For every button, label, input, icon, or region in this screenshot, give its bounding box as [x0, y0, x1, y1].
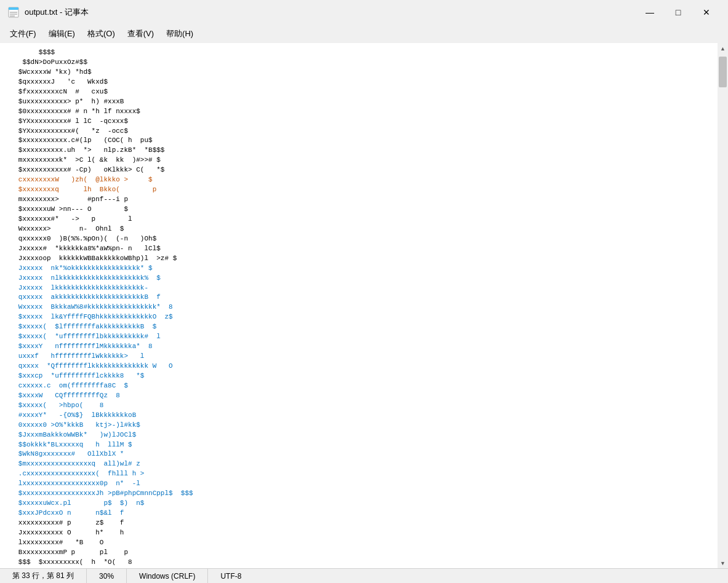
status-zoom: 30%: [87, 569, 127, 583]
menu-format[interactable]: 格式(O): [82, 26, 120, 42]
status-encoding: UTF-8: [208, 569, 254, 583]
menu-bar: 文件(F) 编辑(E) 格式(O) 查看(V) 帮助(H): [0, 25, 728, 43]
menu-view[interactable]: 查看(V): [122, 26, 159, 42]
minimize-button[interactable]: —: [636, 2, 664, 22]
title-bar: output.txt - 记事本 — □ ✕: [0, 0, 728, 25]
close-button[interactable]: ✕: [692, 2, 721, 22]
maximize-button[interactable]: □: [664, 2, 692, 22]
menu-edit[interactable]: 编辑(E): [44, 26, 80, 42]
editor-area: $$$$ $$dN>DoPuxxOz#$$ $WcxxxxW *kx) *hd$…: [0, 43, 728, 568]
scrollbar-track[interactable]: [718, 54, 728, 558]
status-bar: 第 33 行，第 81 列 30% Windows (CRLF) UTF-8: [0, 568, 728, 583]
window-controls: — □ ✕: [636, 2, 721, 22]
scroll-down-arrow[interactable]: ▼: [718, 558, 728, 568]
svg-rect-1: [9, 7, 18, 10]
scroll-up-arrow[interactable]: ▲: [718, 43, 728, 54]
scrollbar-thumb[interactable]: [719, 57, 727, 87]
menu-help[interactable]: 帮助(H): [161, 26, 198, 42]
status-position: 第 33 行，第 81 列: [0, 569, 87, 583]
menu-file[interactable]: 文件(F): [5, 26, 41, 42]
scrollbar-vertical[interactable]: ▲ ▼: [718, 43, 728, 568]
window-title: output.txt - 记事本: [25, 7, 636, 18]
status-line-ending: Windows (CRLF): [127, 569, 208, 583]
text-content[interactable]: $$$$ $$dN>DoPuxxOz#$$ $WcxxxxW *kx) *hd$…: [0, 43, 718, 568]
window-icon: [7, 6, 20, 18]
